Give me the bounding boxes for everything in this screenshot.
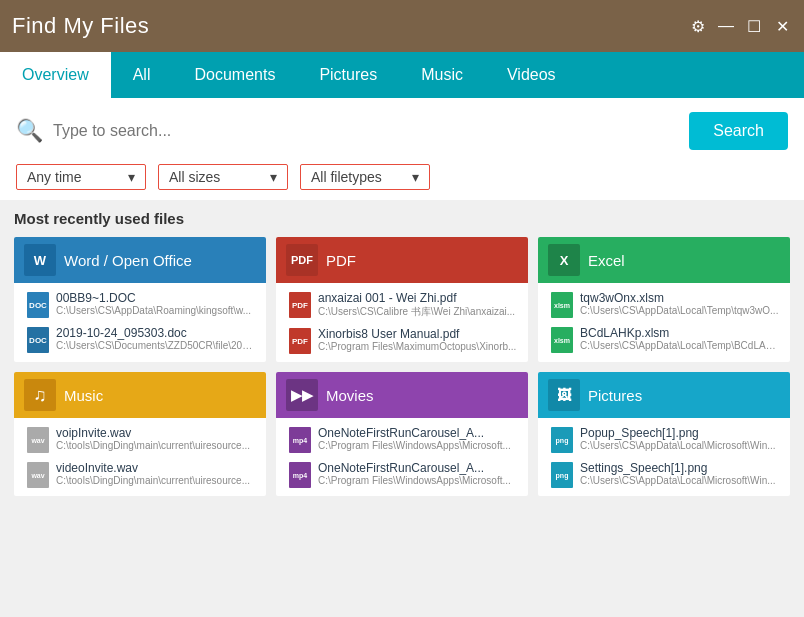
png-icon: png xyxy=(551,427,573,453)
search-button[interactable]: Search xyxy=(689,112,788,150)
filetype-filter[interactable]: All filetypes ▾ xyxy=(300,164,430,190)
filter-bar: Any time ▾ All sizes ▾ All filetypes ▾ xyxy=(0,158,804,200)
category-excel: X Excel xlsm tqw3wOnx.xlsm C:\Users\CS\A… xyxy=(538,237,790,362)
category-movies: ▶▶ Movies mp4 OneNoteFirstRunCarousel_A.… xyxy=(276,372,528,496)
file-path: C:\Program Files\WindowsApps\Microsoft..… xyxy=(318,440,518,451)
size-filter[interactable]: All sizes ▾ xyxy=(158,164,288,190)
doc-icon: DOC xyxy=(27,327,49,353)
filetype-filter-chevron-icon: ▾ xyxy=(412,169,419,185)
window-controls: ⚙ — ☐ ✕ xyxy=(688,17,792,36)
file-path: C:\Users\CS\AppData\Local\Temp\tqw3wO... xyxy=(580,305,780,316)
tab-overview[interactable]: Overview xyxy=(0,52,111,98)
file-path: C:\tools\DingDing\main\current\uiresourc… xyxy=(56,440,256,451)
wav-icon: wav xyxy=(27,462,49,488)
list-item[interactable]: mp4 OneNoteFirstRunCarousel_A... C:\Prog… xyxy=(284,457,520,492)
section-title: Most recently used files xyxy=(14,210,790,227)
main-content: Most recently used files W Word / Open O… xyxy=(0,200,804,506)
nav-tabs: Overview All Documents Pictures Music Vi… xyxy=(0,52,804,98)
file-name: BCdLAHKp.xlsm xyxy=(580,326,780,340)
list-item[interactable]: wav voipInvite.wav C:\tools\DingDing\mai… xyxy=(22,422,258,457)
settings-icon[interactable]: ⚙ xyxy=(688,17,708,36)
minimize-button[interactable]: — xyxy=(716,17,736,35)
tab-videos[interactable]: Videos xyxy=(485,52,578,98)
file-path: C:\Users\CS\AppData\Local\Microsoft\Win.… xyxy=(580,440,780,451)
category-pictures: 🖼 Pictures png Popup_Speech[1].png C:\Us… xyxy=(538,372,790,496)
file-info: Xinorbis8 User Manual.pdf C:\Program Fil… xyxy=(318,327,518,352)
list-item[interactable]: wav videoInvite.wav C:\tools\DingDing\ma… xyxy=(22,457,258,492)
file-info: OneNoteFirstRunCarousel_A... C:\Program … xyxy=(318,426,518,451)
excel-icon: X xyxy=(548,244,580,276)
file-path: C:\Users\CS\Documents\ZZD50CR\file\201..… xyxy=(56,340,256,351)
file-name: Xinorbis8 User Manual.pdf xyxy=(318,327,518,341)
list-item[interactable]: png Settings_Speech[1].png C:\Users\CS\A… xyxy=(546,457,782,492)
tab-documents[interactable]: Documents xyxy=(172,52,297,98)
size-filter-label: All sizes xyxy=(169,169,220,185)
file-name: anxaizai 001 - Wei Zhi.pdf xyxy=(318,291,518,305)
list-item[interactable]: PDF Xinorbis8 User Manual.pdf C:\Program… xyxy=(284,323,520,358)
file-path: C:\Users\CS\AppData\Roaming\kingsoft\w..… xyxy=(56,305,256,316)
maximize-button[interactable]: ☐ xyxy=(744,17,764,36)
movies-icon: ▶▶ xyxy=(286,379,318,411)
file-info: 2019-10-24_095303.doc C:\Users\CS\Docume… xyxy=(56,326,256,351)
app-title: Find My Files xyxy=(12,13,149,39)
list-item[interactable]: DOC 00BB9~1.DOC C:\Users\CS\AppData\Roam… xyxy=(22,287,258,322)
category-movies-label: Movies xyxy=(326,387,374,404)
list-item[interactable]: PDF anxaizai 001 - Wei Zhi.pdf C:\Users\… xyxy=(284,287,520,323)
file-info: tqw3wOnx.xlsm C:\Users\CS\AppData\Local\… xyxy=(580,291,780,316)
file-name: OneNoteFirstRunCarousel_A... xyxy=(318,426,518,440)
list-item[interactable]: mp4 OneNoteFirstRunCarousel_A... C:\Prog… xyxy=(284,422,520,457)
excel-file-list: xlsm tqw3wOnx.xlsm C:\Users\CS\AppData\L… xyxy=(538,283,790,361)
category-excel-header: X Excel xyxy=(538,237,790,283)
pdf-file-list: PDF anxaizai 001 - Wei Zhi.pdf C:\Users\… xyxy=(276,283,528,362)
list-item[interactable]: xlsm BCdLAHKp.xlsm C:\Users\CS\AppData\L… xyxy=(546,322,782,357)
list-item[interactable]: DOC 2019-10-24_095303.doc C:\Users\CS\Do… xyxy=(22,322,258,357)
wav-icon: wav xyxy=(27,427,49,453)
file-info: OneNoteFirstRunCarousel_A... C:\Program … xyxy=(318,461,518,486)
pictures-icon: 🖼 xyxy=(548,379,580,411)
word-icon: W xyxy=(24,244,56,276)
file-name: Settings_Speech[1].png xyxy=(580,461,780,475)
file-name: Popup_Speech[1].png xyxy=(580,426,780,440)
categories-grid: W Word / Open Office DOC 00BB9~1.DOC C:\… xyxy=(14,237,790,496)
png-icon: png xyxy=(551,462,573,488)
category-excel-label: Excel xyxy=(588,252,625,269)
file-path: C:\Users\CS\AppData\Local\Temp\BCdLAH... xyxy=(580,340,780,351)
time-filter-chevron-icon: ▾ xyxy=(128,169,135,185)
file-info: videoInvite.wav C:\tools\DingDing\main\c… xyxy=(56,461,256,486)
category-word-label: Word / Open Office xyxy=(64,252,192,269)
category-movies-header: ▶▶ Movies xyxy=(276,372,528,418)
close-button[interactable]: ✕ xyxy=(772,17,792,36)
file-path: C:\Users\CS\Calibre 书库\Wei Zhi\anxaizai.… xyxy=(318,305,518,319)
tab-music[interactable]: Music xyxy=(399,52,485,98)
tab-all[interactable]: All xyxy=(111,52,173,98)
category-music-header: ♫ Music xyxy=(14,372,266,418)
category-pdf: PDF PDF PDF anxaizai 001 - Wei Zhi.pdf C… xyxy=(276,237,528,362)
file-info: BCdLAHKp.xlsm C:\Users\CS\AppData\Local\… xyxy=(580,326,780,351)
list-item[interactable]: png Popup_Speech[1].png C:\Users\CS\AppD… xyxy=(546,422,782,457)
file-name: 00BB9~1.DOC xyxy=(56,291,256,305)
pdf-icon: PDF xyxy=(286,244,318,276)
file-info: Settings_Speech[1].png C:\Users\CS\AppDa… xyxy=(580,461,780,486)
search-input[interactable] xyxy=(53,122,679,140)
word-file-list: DOC 00BB9~1.DOC C:\Users\CS\AppData\Roam… xyxy=(14,283,266,361)
category-word: W Word / Open Office DOC 00BB9~1.DOC C:\… xyxy=(14,237,266,362)
pdf-file-icon: PDF xyxy=(289,328,311,354)
file-name: voipInvite.wav xyxy=(56,426,256,440)
file-path: C:\tools\DingDing\main\current\uiresourc… xyxy=(56,475,256,486)
time-filter[interactable]: Any time ▾ xyxy=(16,164,146,190)
category-word-header: W Word / Open Office xyxy=(14,237,266,283)
file-name: OneNoteFirstRunCarousel_A... xyxy=(318,461,518,475)
file-info: 00BB9~1.DOC C:\Users\CS\AppData\Roaming\… xyxy=(56,291,256,316)
mp4-icon: mp4 xyxy=(289,462,311,488)
file-path: C:\Users\CS\AppData\Local\Microsoft\Win.… xyxy=(580,475,780,486)
tab-pictures[interactable]: Pictures xyxy=(297,52,399,98)
pictures-file-list: png Popup_Speech[1].png C:\Users\CS\AppD… xyxy=(538,418,790,496)
list-item[interactable]: xlsm tqw3wOnx.xlsm C:\Users\CS\AppData\L… xyxy=(546,287,782,322)
file-info: voipInvite.wav C:\tools\DingDing\main\cu… xyxy=(56,426,256,451)
category-pictures-label: Pictures xyxy=(588,387,642,404)
pdf-file-icon: PDF xyxy=(289,292,311,318)
xlsm-icon: xlsm xyxy=(551,327,573,353)
xlsm-icon: xlsm xyxy=(551,292,573,318)
music-file-list: wav voipInvite.wav C:\tools\DingDing\mai… xyxy=(14,418,266,496)
mp4-icon: mp4 xyxy=(289,427,311,453)
